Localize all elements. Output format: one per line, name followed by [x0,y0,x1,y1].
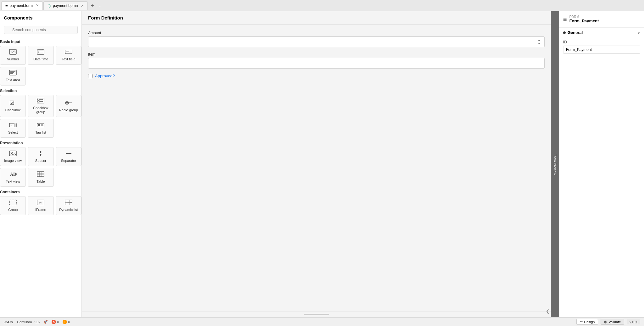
component-table[interactable]: Table [28,168,53,187]
svg-point-20 [66,102,68,103]
component-number[interactable]: 123 Number [0,46,26,65]
general-section-title-group: General [563,30,583,35]
spinner-down[interactable]: ▼ [536,42,542,46]
svg-rect-6 [38,52,39,52]
group-icon [9,200,17,206]
props-form-type: FORM [569,15,599,19]
new-tab-button[interactable]: + [88,3,96,8]
status-right: ✏ Design ◎ Validate 5.19.0 [576,319,640,325]
tab-payment-bpmn[interactable]: ⬡ payment.bpmn ✕ [43,1,88,10]
component-textview[interactable]: ABC Text view [0,168,26,187]
dynamiclist-icon [65,200,72,206]
props-id-field: ID [563,40,640,54]
component-textfield[interactable]: Text field [56,46,81,65]
props-id-input[interactable] [563,46,640,54]
properties-panel: ≡ FORM Form_Payment General ∨ ID [559,11,644,317]
validate-icon: ◎ [604,320,607,324]
component-textfield-label: Text field [62,57,75,61]
form-canvas[interactable]: Amount ▲ ▼ Item Approved? [82,25,551,312]
component-textarea[interactable]: Text area [0,67,26,86]
presentation-grid: Image view Spacer Separator [0,147,81,187]
props-id-label: ID [563,40,640,44]
component-imageview[interactable]: Image view [0,147,26,166]
tab-payment-form[interactable]: ≡ payment.form ✕ [1,1,43,10]
number-icon: 123 [9,49,17,56]
props-general-section: General ∨ ID [559,27,644,59]
component-dynamiclist[interactable]: Dynamic list [56,196,81,215]
containers-grid: Group </> iFrame Dynamic list [0,196,81,215]
svg-rect-16 [38,101,39,102]
component-imageview-label: Image view [4,159,22,163]
component-spacer[interactable]: Spacer [28,147,53,166]
status-left: JSON Camunda 7.16 🚀 ✕ 0 ! 0 [4,320,70,324]
checkbox-icon [9,100,17,107]
spinner-up[interactable]: ▲ [536,38,542,42]
svg-rect-43 [9,200,16,205]
component-separator[interactable]: Separator [56,147,81,166]
form-field-item: Item [88,52,545,69]
field-input-item[interactable] [88,58,545,69]
form-area: Form Definition Amount ▲ ▼ Item [82,11,551,317]
component-group[interactable]: Group [0,196,26,215]
component-checkboxgroup-label: Checkbox group [29,106,52,114]
approved-checkbox[interactable] [88,74,92,78]
amount-spinners[interactable]: ▲ ▼ [536,38,542,46]
status-bar: JSON Camunda 7.16 🚀 ✕ 0 ! 0 ✏ Design ◎ V… [0,317,644,326]
version-number: 5.19.0 [627,319,640,324]
tab-label-bpmn: payment.bpmn [53,3,78,8]
error-icon: ✕ [52,320,56,324]
radiogroup-icon [65,100,72,107]
tab-close-bpmn[interactable]: ✕ [81,4,84,8]
component-group-label: Group [8,208,18,212]
component-select-label: Select [8,130,18,135]
selection-grid: Checkbox Checkbox group Radio group [0,95,81,138]
field-checkbox-approved[interactable]: Approved? [88,74,545,78]
form-preview-tab[interactable]: Form Preview [551,11,559,317]
validate-button[interactable]: ◎ Validate [601,319,624,325]
form-field-approved: Approved? [88,74,545,78]
props-header: ≡ FORM Form_Payment [559,11,644,27]
warning-number: 0 [68,320,70,324]
bpmn-icon: ⬡ [48,3,51,8]
component-checkbox[interactable]: Checkbox [0,95,26,117]
general-section-chevron[interactable]: ∨ [637,30,640,35]
field-label-amount: Amount [88,31,545,35]
svg-rect-15 [38,99,39,100]
design-label: Design [584,320,595,324]
component-checkboxgroup[interactable]: Checkbox group [28,95,53,117]
component-datetime[interactable]: Date time [28,46,53,65]
component-radiogroup[interactable]: Radio group [56,95,81,117]
svg-text:123: 123 [10,50,16,54]
taglist-icon [37,122,44,129]
component-taglist[interactable]: Tag list [28,119,53,138]
error-number: 0 [57,320,59,324]
svg-rect-13 [10,101,14,105]
imageview-icon [9,151,17,157]
sidebar-title: Components [0,11,81,23]
error-count: ✕ 0 [52,320,59,324]
search-box: 🔍 [0,23,81,36]
collapse-button[interactable]: ❮ [545,307,551,315]
horiz-scrollbar[interactable] [304,314,329,315]
field-input-amount[interactable]: ▲ ▼ [88,36,545,47]
search-input[interactable] [4,26,78,34]
component-iframe-label: iFrame [35,208,46,212]
component-table-label: Table [36,180,45,184]
component-select[interactable]: ▼ Select [0,119,26,138]
search-wrapper: 🔍 [4,26,78,34]
textfield-icon [65,49,72,56]
form-header: Form Definition [82,11,551,25]
design-button[interactable]: ✏ Design [576,319,598,325]
tab-close-form[interactable]: ✕ [36,3,39,8]
svg-rect-30 [9,151,16,156]
more-tabs-button[interactable]: ··· [97,3,105,8]
textview-icon: ABC [9,171,17,178]
separator-icon [65,151,72,157]
json-button[interactable]: JSON [4,320,13,324]
general-section-header[interactable]: General ∨ [559,27,644,37]
tab-label-form: payment.form [10,3,33,8]
general-section-dot [563,31,566,34]
checkboxgroup-icon [37,98,44,104]
component-iframe[interactable]: </> iFrame [28,196,53,215]
approved-label[interactable]: Approved? [95,74,115,78]
